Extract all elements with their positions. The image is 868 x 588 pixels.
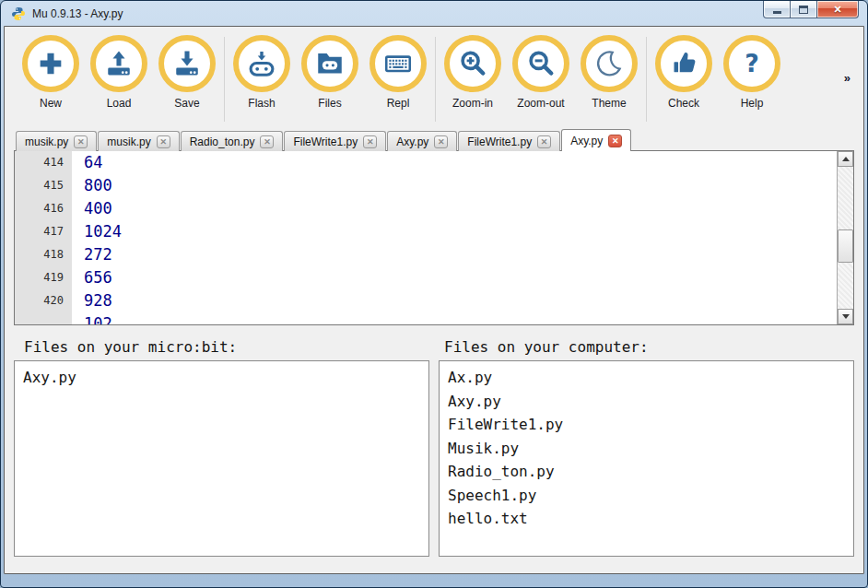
thumbs-up-icon — [668, 48, 699, 79]
help-button[interactable]: ? Help — [718, 35, 786, 110]
code-line: 928 — [84, 289, 837, 312]
list-item[interactable]: Radio_ton.py — [448, 460, 845, 484]
line-number: 416 — [15, 197, 64, 220]
line-number-gutter: 414 415 416 417 418 419 420 — [15, 151, 72, 324]
magnifier-minus-icon — [525, 48, 557, 79]
tab-filewrite1-py-1[interactable]: FileWrite1.py ✕ — [284, 131, 386, 151]
close-icon: ✕ — [77, 137, 85, 147]
microbit-files-list[interactable]: Axy.py — [14, 360, 429, 557]
tab-close-button[interactable]: ✕ — [74, 135, 88, 148]
svg-text:?: ? — [745, 49, 759, 77]
load-button[interactable]: Load — [85, 35, 153, 110]
line-number: 418 — [15, 243, 64, 266]
maximize-button[interactable] — [791, 1, 816, 18]
tab-axy-py-1[interactable]: Axy.py ✕ — [387, 131, 457, 151]
zoom-in-button[interactable]: Zoom-in — [439, 35, 507, 110]
keyboard-icon — [382, 48, 414, 79]
magnifier-plus-icon — [457, 48, 488, 79]
list-item[interactable]: Speech1.py — [448, 484, 845, 508]
computer-files-label: Files on your computer: — [434, 338, 854, 356]
arrow-up-icon — [842, 157, 850, 161]
tab-label: FileWrite1.py — [467, 135, 532, 148]
editor-vertical-scrollbar[interactable] — [837, 151, 853, 324]
moon-icon — [593, 48, 625, 79]
close-icon: ✕ — [612, 136, 619, 146]
list-item[interactable]: FileWrite1.py — [448, 413, 845, 437]
maximize-icon — [799, 6, 808, 14]
close-icon: ✕ — [438, 137, 445, 147]
toolbar-overflow-button[interactable]: » — [844, 71, 850, 85]
files-button[interactable]: Files — [296, 35, 364, 110]
minimize-icon — [773, 11, 781, 14]
tab-axy-py-active[interactable]: Axy.py ✕ — [561, 129, 631, 151]
tab-close-button[interactable]: ✕ — [157, 135, 170, 148]
code-line: 102 — [84, 312, 837, 324]
scroll-up-button[interactable] — [838, 151, 853, 167]
computer-files-list[interactable]: Ax.py Axy.py FileWrite1.py Musik.py Radi… — [439, 360, 854, 557]
tab-label: musik.py — [25, 135, 68, 148]
app-window: Mu 0.9.13 - Axy.py ✕ New Load — [0, 0, 868, 588]
list-item[interactable]: Ax.py — [448, 366, 845, 390]
upload-icon — [103, 48, 135, 79]
close-icon: ✕ — [159, 137, 167, 147]
toolbar-separator — [435, 37, 436, 122]
code-text-area[interactable]: 64 800 400 1024 272 656 928 102 — [72, 151, 837, 324]
tab-musik-py-2[interactable]: musik.py ✕ — [98, 131, 179, 151]
list-item[interactable]: Musik.py — [448, 437, 845, 461]
repl-button[interactable]: Repl — [364, 35, 432, 110]
scrollbar-thumb[interactable] — [838, 229, 853, 263]
tab-close-button[interactable]: ✕ — [434, 135, 448, 148]
line-number — [15, 312, 64, 324]
list-item[interactable]: Axy.py — [23, 366, 420, 390]
download-icon — [171, 48, 203, 79]
minimize-button[interactable] — [763, 1, 791, 18]
arrow-down-icon — [842, 314, 850, 319]
new-button[interactable]: New — [17, 35, 85, 110]
titlebar[interactable]: Mu 0.9.13 - Axy.py ✕ — [4, 1, 864, 26]
python-logo-icon — [11, 6, 26, 21]
code-editor[interactable]: 414 415 416 417 418 419 420 64 800 400 1… — [14, 150, 854, 325]
tab-close-button[interactable]: ✕ — [260, 135, 274, 148]
scrollbar-track[interactable] — [838, 167, 853, 309]
window-title: Mu 0.9.13 - Axy.py — [32, 7, 123, 20]
microbit-flash-icon — [246, 48, 277, 79]
line-number: 419 — [15, 266, 64, 289]
close-icon: ✕ — [264, 137, 271, 147]
close-button[interactable]: ✕ — [816, 1, 859, 18]
line-number: 420 — [15, 289, 64, 312]
tab-close-button[interactable]: ✕ — [608, 135, 622, 147]
code-line: 400 — [84, 197, 837, 220]
chevron-double-right-icon: » — [844, 71, 850, 85]
client-area: New Load Save — [4, 26, 864, 574]
theme-button[interactable]: Theme — [575, 35, 643, 110]
line-number: 417 — [15, 220, 64, 243]
tab-label: FileWrite1.py — [293, 135, 358, 148]
tab-label: Axy.py — [570, 135, 603, 147]
tab-musik-py-1[interactable]: musik.py ✕ — [16, 131, 97, 151]
flash-button[interactable]: Flash — [228, 35, 296, 110]
save-button[interactable]: Save — [153, 35, 221, 110]
code-line: 1024 — [84, 220, 837, 243]
question-mark-icon: ? — [736, 48, 768, 79]
tab-filewrite1-py-2[interactable]: FileWrite1.py ✕ — [458, 131, 560, 151]
tab-label: Axy.py — [396, 135, 428, 148]
toolbar-separator — [224, 37, 225, 122]
code-line: 272 — [84, 243, 837, 266]
plus-icon — [35, 48, 66, 79]
folder-files-icon — [314, 48, 346, 79]
tab-label: Radio_ton.py — [190, 135, 255, 148]
list-item[interactable]: Axy.py — [448, 390, 845, 414]
zoom-out-button[interactable]: Zoom-out — [507, 35, 575, 110]
tab-label: musik.py — [107, 135, 150, 148]
toolbar: New Load Save — [5, 27, 863, 128]
toolbar-separator — [646, 37, 647, 122]
list-item[interactable]: hello.txt — [448, 507, 845, 531]
tab-radio-ton-py[interactable]: Radio_ton.py ✕ — [181, 131, 284, 151]
close-icon: ✕ — [833, 4, 841, 16]
tab-close-button[interactable]: ✕ — [537, 135, 551, 148]
close-icon: ✕ — [367, 137, 374, 147]
scroll-down-button[interactable] — [838, 309, 853, 324]
tab-close-button[interactable]: ✕ — [363, 135, 377, 148]
check-button[interactable]: Check — [650, 35, 718, 110]
close-icon: ✕ — [541, 137, 548, 147]
